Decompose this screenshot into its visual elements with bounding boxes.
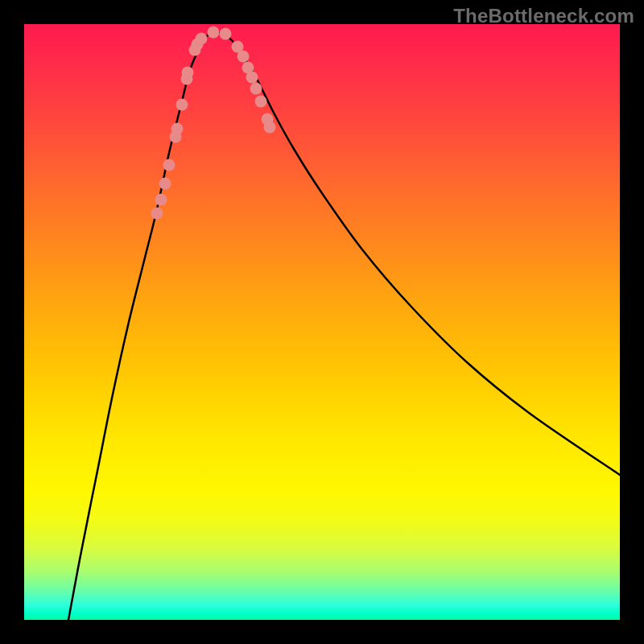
scatter-dot [163,159,175,171]
scatter-dot [171,123,184,135]
plot-area [24,24,620,620]
scatter-dot [196,33,208,45]
chart-svg [24,24,620,620]
scatter-dot [182,67,194,79]
scatter-dot [237,51,250,63]
scatter-dot [220,28,232,40]
scatter-dots [151,27,276,220]
scatter-dot [255,96,267,108]
scatter-dot [155,194,167,206]
scatter-dot [264,122,276,134]
chart-container: TheBottleneck.com [0,0,644,644]
scatter-dot [159,178,171,190]
curve-line [68,32,620,620]
scatter-dot [208,27,220,39]
scatter-dot [151,208,163,220]
scatter-dot [246,72,258,84]
watermark-text: TheBottleneck.com [453,5,634,27]
scatter-dot [176,99,188,111]
scatter-dot [250,83,262,95]
